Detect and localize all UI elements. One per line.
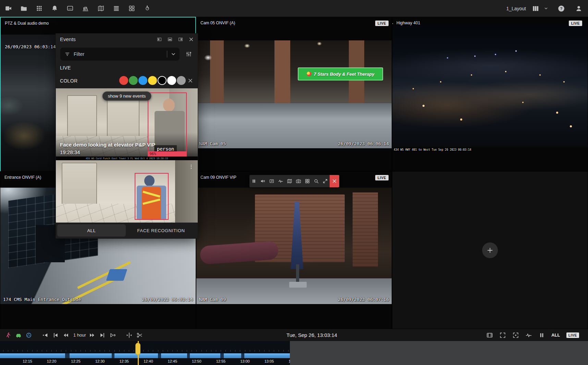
rewind-icon[interactable] xyxy=(62,332,69,339)
detection-bounding-box xyxy=(135,173,169,220)
filter-divider xyxy=(167,51,167,58)
color-swatch[interactable] xyxy=(129,76,138,85)
search-icon[interactable] xyxy=(312,175,321,187)
export-clip-icon[interactable] xyxy=(136,332,143,339)
dashboard-icon[interactable] xyxy=(303,175,312,187)
hallway-door xyxy=(62,163,97,205)
previous-frame-icon[interactable] xyxy=(52,332,59,339)
jump-start-icon[interactable] xyxy=(42,332,49,339)
empty-tile[interactable] xyxy=(392,171,588,329)
timeline-view-icon[interactable] xyxy=(486,332,493,339)
library-icon[interactable] xyxy=(82,5,89,12)
event-camera-osd-text: 455 WS Card Punch East Tower 3 FL Wed Oc… xyxy=(86,157,168,160)
event-time: 19:28:34 xyxy=(60,149,80,155)
color-swatch[interactable] xyxy=(158,76,167,85)
folder-icon[interactable] xyxy=(20,5,27,12)
fit-screen-icon[interactable] xyxy=(512,332,519,339)
pulse-icon[interactable] xyxy=(276,175,285,187)
next-frame-icon[interactable] xyxy=(99,332,106,339)
events-filter-input[interactable]: Filter xyxy=(60,48,180,61)
playback-speed-label[interactable]: 1 hour xyxy=(73,332,86,338)
filter-settings-icon[interactable] xyxy=(185,51,192,58)
dock-left-icon[interactable] xyxy=(157,37,162,42)
storefront-sign: 7 Stars Body & Feet Therapy xyxy=(298,67,383,81)
video-osd-timestamp: 26/09/2023 06:03:14 xyxy=(142,297,193,302)
rows-icon[interactable] xyxy=(113,5,120,12)
event-card[interactable] xyxy=(56,160,198,223)
layout-name-label[interactable]: 1_Layout xyxy=(506,6,526,11)
walking-person-icon[interactable] xyxy=(5,332,12,339)
fit-frame-icon[interactable] xyxy=(267,175,276,187)
tab-face-recognition[interactable]: FACE RECOGNITION xyxy=(126,224,196,237)
color-swatch[interactable] xyxy=(148,76,157,85)
elevator-area xyxy=(175,160,198,223)
apps-grid-icon[interactable] xyxy=(36,5,43,12)
close-panel-icon[interactable] xyxy=(188,37,194,42)
live-mode-badge[interactable]: LIVE xyxy=(566,332,579,338)
fast-forward-icon[interactable] xyxy=(89,332,96,339)
camera-tile-cam09[interactable]: NAM Cam 09 26/09/2023 06:07:16 Cam 09 ON… xyxy=(196,171,392,329)
timeline-tick-label: 12:20 xyxy=(47,359,57,363)
color-swatch[interactable] xyxy=(167,76,176,85)
card-menu-icon[interactable] xyxy=(188,164,194,170)
camera-video-highway xyxy=(392,23,588,147)
current-datetime-label: Tue, Sep 26, 13:03:14 xyxy=(286,329,337,341)
filter-placeholder: Filter xyxy=(74,51,167,57)
fullscreen-icon[interactable] xyxy=(499,332,506,339)
add-camera-button[interactable] xyxy=(482,242,498,258)
timeline-tick-label: 12:45 xyxy=(168,359,177,363)
pause-all-icon[interactable] xyxy=(538,332,545,339)
bell-icon[interactable] xyxy=(51,5,58,12)
layout-grid-icon[interactable] xyxy=(532,5,539,12)
timeline-playhead[interactable] xyxy=(135,343,140,355)
close-icon xyxy=(332,178,337,184)
camera-tile-cam05[interactable]: 7 Stars Body & Feet Therapy NAM Cam 05 2… xyxy=(196,17,392,171)
video-camera-icon[interactable] xyxy=(5,5,12,12)
video-osd-name: NAM Cam 09 xyxy=(199,297,226,302)
user-profile-icon[interactable] xyxy=(575,5,583,12)
color-swatches xyxy=(119,76,186,85)
timeline-tick-label: 13:00 xyxy=(240,359,250,363)
vehicle-icon[interactable] xyxy=(15,332,22,339)
event-card[interactable]: person 96% Face demo looking at elevator… xyxy=(56,88,198,156)
event-caption: Face demo looking at elevator P&P VIP xyxy=(60,142,155,148)
color-swatch[interactable] xyxy=(138,76,147,85)
activity-icon[interactable] xyxy=(525,332,532,339)
timeline-tick-label: 12:55 xyxy=(216,359,226,363)
storefront-windows xyxy=(300,81,380,109)
dock-right-icon[interactable] xyxy=(178,37,183,42)
mute-icon[interactable] xyxy=(258,175,267,187)
dock-bottom-icon[interactable] xyxy=(167,37,173,42)
center-playhead-icon[interactable] xyxy=(126,332,133,339)
camera-video-cam05: 7 Stars Body & Feet Therapy NAM Cam 05 2… xyxy=(196,40,392,148)
map-icon[interactable] xyxy=(97,5,105,12)
snapshot-icon[interactable] xyxy=(294,175,303,187)
show-new-events-button[interactable]: show 9 new events xyxy=(102,91,151,101)
camera-name-label: PTZ & Dual audio demo xyxy=(5,21,49,26)
clear-color-filter-icon[interactable] xyxy=(187,78,193,84)
camera-tile-highway401[interactable]: 434 WS HWY 401 to West Tue Sep 26 2023 0… xyxy=(392,17,588,171)
card-reader-icon[interactable] xyxy=(66,5,74,12)
tab-all[interactable]: ALL xyxy=(57,224,126,237)
chevron-down-icon[interactable] xyxy=(544,6,548,11)
dashboard-icon[interactable] xyxy=(128,5,135,12)
flame-icon[interactable] xyxy=(144,5,151,12)
color-swatch[interactable] xyxy=(177,76,186,85)
svg-text:?: ? xyxy=(560,7,563,11)
sign-logo xyxy=(307,72,311,76)
camera-name-label: Cam 09 ONVIF VIP xyxy=(200,175,236,180)
camera-grid: 26/09/2023 06:03:14 PTZ & Dual audio dem… xyxy=(0,17,588,329)
video-osd-name: 174 CMS Main Entrance Outside xyxy=(3,297,81,302)
pause-icon[interactable] xyxy=(249,175,258,187)
chevron-down-icon[interactable] xyxy=(171,51,176,57)
play-to-icon[interactable] xyxy=(109,332,116,339)
all-cameras-label[interactable]: ALL xyxy=(551,333,560,338)
help-icon[interactable]: ? xyxy=(558,5,565,12)
color-swatch[interactable] xyxy=(119,76,128,85)
appearance-search-icon[interactable] xyxy=(25,332,32,339)
camera-name-label: Highway 401 xyxy=(396,21,420,25)
close-camera-button[interactable] xyxy=(330,175,339,187)
expand-icon[interactable] xyxy=(321,175,330,187)
events-panel-header: Events xyxy=(56,34,198,45)
map-icon[interactable] xyxy=(285,175,294,187)
